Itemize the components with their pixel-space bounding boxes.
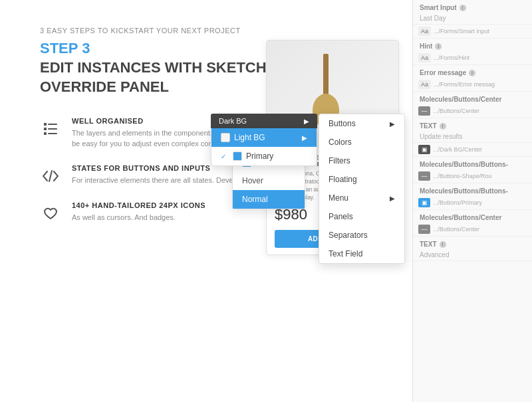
panel-mol-btn-shape-header: Molecules/Buttons/Buttons- <box>413 157 532 169</box>
panel-error-row[interactable]: Aa .../Forms/Error messag <box>413 78 532 92</box>
panel-dark-bg-row[interactable]: ▣ .../Dark BG/Center <box>413 143 532 157</box>
submenu-floating[interactable]: Floating <box>319 170 404 189</box>
dark-bg-arrow: ▶ <box>304 118 309 125</box>
svg-line-6 <box>49 171 52 181</box>
panel-aa-icon: Aa <box>418 27 431 36</box>
panel-dash-2: — <box>418 171 430 181</box>
panel-aa-error: Aa <box>418 80 431 89</box>
info-icon: i <box>460 5 466 11</box>
svg-rect-0 <box>48 124 57 125</box>
panel-smart-input-path: .../Forms/Smart input <box>434 28 489 35</box>
product-card: CLASSIC VIBE '70S STRATOCASTER® HSS Born… <box>266 40 399 255</box>
panel-btn-primary-path: .../Buttons/Primary <box>433 199 482 206</box>
code-icon <box>40 165 61 187</box>
ctx-primary[interactable]: ✓ Primary <box>211 147 317 165</box>
context-menu[interactable]: Light BG ▶ ✓ Primary <box>211 128 317 166</box>
panel-primary-swatch: ▣ <box>418 198 430 207</box>
submenu-colors[interactable]: Colors <box>319 133 404 151</box>
panel-mol-btn-center-path: .../Buttons/Center <box>433 108 479 114</box>
panel-dark-bg-path: .../Dark BG/Center <box>433 146 482 153</box>
panel-hint-row[interactable]: Aa .../Forms/Hint <box>413 51 532 65</box>
info-icon-text2: i <box>440 241 446 248</box>
panel-update-results: Update results <box>413 131 532 143</box>
panel-text-advanced-header: TEXT i <box>413 237 532 249</box>
info-icon-error: i <box>469 70 475 76</box>
svg-rect-1 <box>48 128 57 130</box>
step-label: 3 EASY STEPS TO KICKSTART YOUR NEXT PROJ… <box>40 27 386 35</box>
left-panel: 3 EASY STEPS TO KICKSTART YOUR NEXT PROJ… <box>0 0 412 402</box>
panel-mol-btn-center2-row[interactable]: — .../Buttons/Center <box>413 223 532 237</box>
panel-error-path: .../Forms/Error messag <box>434 81 495 88</box>
context-menu-container: Dark BG ▶ Light BG ▶ ✓ <box>211 114 405 264</box>
dark-bg-bar: Dark BG ▶ <box>211 114 317 128</box>
panel-smart-input-row[interactable]: Aa .../Forms/Smart input <box>413 25 532 39</box>
panel-text-header: TEXT i <box>413 118 532 131</box>
panel-mol-btn-center2-path: .../Buttons/Center <box>433 226 479 233</box>
svg-rect-2 <box>48 133 57 134</box>
right-panel: Smart Input i Last Day Aa .../Forms/Smar… <box>412 0 532 402</box>
panel-dash-1: — <box>418 106 430 116</box>
feature-icons-desc: As well as cursors. And badges. <box>72 212 205 223</box>
info-icon-text: i <box>440 123 446 130</box>
feature-icons-title: 140+ HAND-TAILORED 24PX ICONS <box>72 201 205 209</box>
panel-dark-swatch: ▣ <box>418 145 430 154</box>
panel-mol-btn-primary-header: Molecules/Buttons/Buttons- <box>413 183 532 196</box>
panel-mol-btn-center-header: Molecules/Buttons/Center <box>413 92 532 104</box>
panel-error-header: Error message i <box>413 65 532 78</box>
panel-advanced: Advanced <box>413 249 532 261</box>
info-icon-hint: i <box>435 43 442 50</box>
ctx-light-bg[interactable]: Light BG ▶ <box>211 128 317 147</box>
panel-last-day: Last Day <box>413 13 532 25</box>
submenu-panels[interactable]: Panels <box>319 207 404 226</box>
submenu-filters[interactable]: Filters <box>319 151 404 170</box>
panel-mol-btn-center-row[interactable]: — .../Buttons/Center <box>413 104 532 118</box>
svg-rect-4 <box>44 128 47 130</box>
panel-btn-shape-row[interactable]: — .../Buttons-Shape/Rou <box>413 169 532 183</box>
submenu-menu[interactable]: Menu ▶ <box>319 189 404 207</box>
heart-icon <box>40 203 61 224</box>
panel-smart-input-header: Smart Input i <box>413 0 532 13</box>
buttons-submenu[interactable]: Buttons ▶ Colors Filters Floating Menu ▶ <box>319 114 405 264</box>
panel-btn-primary-row[interactable]: ▣ .../Buttons/Primary <box>413 196 532 210</box>
submenu-separators[interactable]: Separators <box>319 226 404 245</box>
panel-hint-header: Hint i <box>413 39 532 51</box>
svg-rect-5 <box>44 132 47 135</box>
svg-rect-3 <box>44 123 47 126</box>
panel-mol-btn-center2-header: Molecules/Buttons/Center <box>413 210 532 223</box>
submenu-buttons[interactable]: Buttons ▶ <box>319 114 404 133</box>
submenu-text-field[interactable]: Text Field <box>319 245 404 263</box>
panel-hint-path: .../Forms/Hint <box>434 54 469 61</box>
panel-aa-hint: Aa <box>418 53 431 62</box>
list-icon <box>40 118 61 140</box>
panel-btn-shape-path: .../Buttons-Shape/Rou <box>433 173 492 179</box>
panel-dash-3: — <box>418 225 430 234</box>
dark-bg-label: Dark BG <box>219 117 247 125</box>
